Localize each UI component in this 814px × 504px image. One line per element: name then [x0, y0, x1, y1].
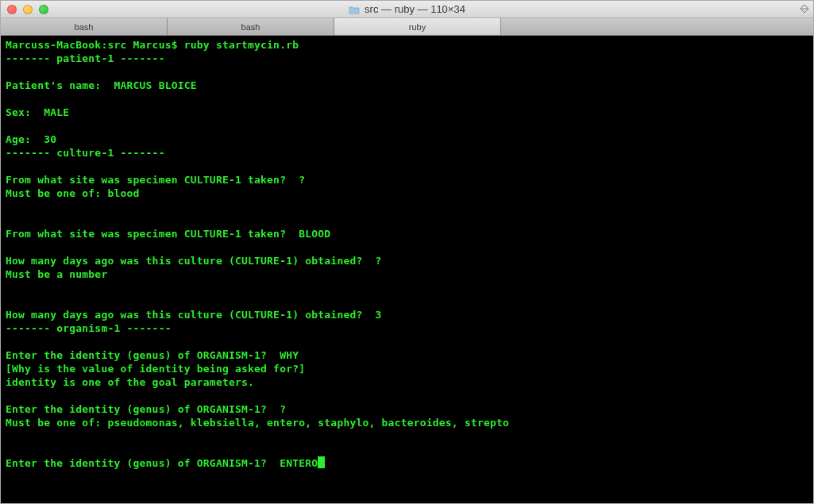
- window-title: src — ruby — 110×34: [1, 3, 813, 15]
- tab-bash-2[interactable]: bash: [168, 18, 334, 35]
- tabbar-empty: [501, 18, 813, 35]
- tab-label: bash: [241, 22, 260, 32]
- terminal-command: ruby startmycin.rb: [184, 39, 299, 51]
- terminal-line: [Why is the value of identity being aske…: [6, 363, 305, 375]
- terminal-line: Patient's name: MARCUS BLOICE: [6, 79, 197, 91]
- tab-ruby[interactable]: ruby: [334, 18, 501, 35]
- terminal-line: From what site was specimen CULTURE-1 ta…: [6, 174, 305, 186]
- terminal-line: Enter the identity (genus) of ORGANISM-1…: [6, 349, 299, 361]
- terminal-line: How many days ago was this culture (CULT…: [6, 255, 382, 267]
- terminal-line: ------- culture-1 -------: [6, 147, 165, 159]
- maximize-button[interactable]: [39, 5, 48, 14]
- terminal-line: Sex: MALE: [6, 106, 69, 118]
- terminal-line: How many days ago was this culture (CULT…: [6, 309, 382, 321]
- terminal-prompt: Marcuss-MacBook:src Marcus$: [6, 39, 184, 51]
- tab-label: ruby: [409, 22, 426, 32]
- terminal-line: Age: 30: [6, 133, 56, 145]
- traffic-lights: [1, 5, 48, 14]
- terminal-window: src — ruby — 110×34 bash bash ruby Marcu…: [0, 0, 814, 504]
- terminal-line: Must be one of: blood: [6, 187, 140, 199]
- close-button[interactable]: [7, 5, 17, 14]
- terminal-content[interactable]: Marcuss-MacBook:src Marcus$ ruby startmy…: [1, 36, 813, 503]
- terminal-line: Enter the identity (genus) of ORGANISM-1…: [6, 457, 318, 469]
- resize-icon[interactable]: [799, 3, 810, 14]
- terminal-line: Must be a number: [6, 268, 107, 280]
- folder-icon: [349, 5, 360, 13]
- window-title-text: src — ruby — 110×34: [365, 3, 465, 15]
- tab-label: bash: [75, 22, 94, 32]
- terminal-line: Must be one of: pseudomonas, klebsiella,…: [6, 417, 509, 429]
- terminal-line: Enter the identity (genus) of ORGANISM-1…: [6, 403, 286, 415]
- terminal-cursor: [318, 456, 325, 468]
- titlebar[interactable]: src — ruby — 110×34: [1, 1, 813, 18]
- tabbar: bash bash ruby: [1, 18, 813, 36]
- terminal-line: ------- patient-1 -------: [6, 52, 165, 64]
- terminal-line: ------- organism-1 -------: [6, 322, 172, 334]
- minimize-button[interactable]: [23, 5, 33, 14]
- terminal-line: From what site was specimen CULTURE-1 ta…: [6, 228, 330, 240]
- terminal-line: identity is one of the goal parameters.: [6, 376, 254, 388]
- tab-bash-1[interactable]: bash: [1, 18, 168, 35]
